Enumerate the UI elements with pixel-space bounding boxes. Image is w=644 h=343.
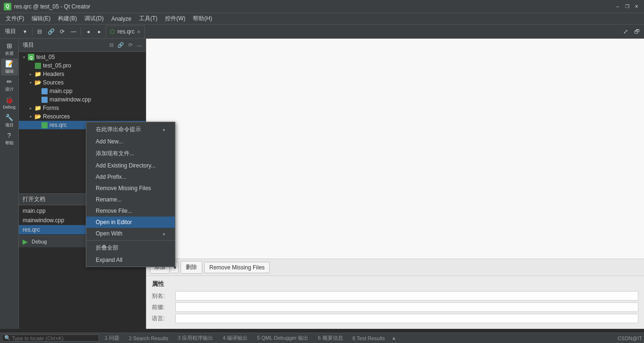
ctx-separator-1: [86, 240, 175, 241]
resource-editor: 添加 ▾ 删除 Remove Missing Files 属性 别名: 前缀:: [146, 39, 644, 329]
toolbar-back-btn[interactable]: ◂: [83, 26, 93, 37]
alias-input[interactable]: [175, 291, 638, 301]
toolbar-forward-btn[interactable]: ▸: [94, 26, 105, 37]
ctx-collapse-all[interactable]: 折叠全部: [86, 242, 175, 254]
tree-item-mainwindow-cpp[interactable]: mainwindow.cpp: [19, 95, 146, 104]
ctx-add-new-label: Add New...: [96, 138, 123, 145]
status-bar: 🔍 1 问题 2 Search Results 3 应用程序输出 4 编译输出 …: [0, 333, 644, 343]
remove-missing-files-button[interactable]: Remove Missing Files: [204, 262, 270, 273]
sidebar-item-edit[interactable]: 📝 编辑: [1, 59, 18, 75]
minimize-panel-btn[interactable]: —: [135, 41, 144, 50]
tab-label: res.qrc: [117, 28, 135, 35]
tree-label-res-qrc: res.qrc: [50, 122, 67, 128]
expand-test05[interactable]: ▾: [21, 54, 27, 60]
delete-resource-button[interactable]: 删除: [181, 261, 202, 274]
sidebar-item-welcome[interactable]: ⊞ 欢迎: [1, 41, 18, 58]
ctx-expand-all[interactable]: Expand All: [86, 254, 175, 266]
expand-resources[interactable]: ▾: [27, 113, 34, 120]
sidebar-item-design[interactable]: ✏ 设计: [1, 76, 18, 93]
ctx-add-existing-file[interactable]: 添加现有文件...: [86, 147, 175, 160]
ctx-remove-missing-label: Remove Missing Files: [96, 185, 151, 192]
toolbar-new-window-icon[interactable]: 🗗: [632, 26, 642, 37]
ctx-remove-file[interactable]: Remove File...: [86, 205, 175, 217]
tree-label-test05: test_05: [36, 54, 55, 60]
tree-item-forms[interactable]: ▸ 📁 Forms: [19, 104, 146, 112]
menu-tools[interactable]: 工具(T): [135, 14, 161, 24]
tree-item-main-cpp[interactable]: main.cpp: [19, 87, 146, 95]
expand-forms[interactable]: ▸: [27, 105, 34, 111]
tree-label-sources: Sources: [43, 79, 64, 86]
status-arrow-up[interactable]: ▲: [391, 335, 396, 341]
tab-res-qrc[interactable]: ⬡ res.qrc ✕: [106, 25, 145, 38]
toolbar-sync-btn[interactable]: ⟳: [57, 26, 67, 37]
menu-debug[interactable]: 调试(D): [81, 14, 107, 24]
status-tab-issues[interactable]: 1 问题: [101, 334, 123, 343]
svg-rect-4: [41, 97, 48, 103]
menu-help[interactable]: 帮助(H): [189, 14, 216, 24]
status-tab-search[interactable]: 2 Search Results: [125, 335, 172, 342]
expand-headers[interactable]: ▸: [27, 71, 34, 77]
tab-close-icon[interactable]: ✕: [137, 29, 140, 34]
project-dropdown-arrow[interactable]: ▾: [20, 26, 30, 37]
expand-placeholder-2: [34, 88, 41, 94]
ctx-add-prefix-label: Add Prefix...: [96, 174, 126, 180]
tree-label-mainwindow-cpp: mainwindow.cpp: [50, 96, 91, 103]
link-btn[interactable]: 🔗: [116, 41, 125, 50]
menu-build[interactable]: 构建(B): [54, 14, 81, 24]
filter-btn[interactable]: ⊟: [107, 41, 116, 50]
ctx-add-new[interactable]: Add New...: [86, 136, 175, 147]
tree-item-headers[interactable]: ▸ 📁 Headers: [19, 70, 146, 78]
tree-label-test05-pro: test_05.pro: [43, 62, 71, 69]
ctx-open-terminal[interactable]: 在此弹出命令提示 ▸: [86, 123, 175, 136]
tree-item-resources[interactable]: ▾ 📂 Resources: [19, 112, 146, 121]
status-tab-app-output[interactable]: 3 应用程序输出: [174, 334, 217, 343]
tree-label-headers: Headers: [43, 71, 64, 77]
tree-label-resources: Resources: [43, 113, 70, 120]
minimize-button[interactable]: –: [614, 3, 621, 10]
menu-analyze[interactable]: Analyze: [107, 15, 135, 23]
help-label: 帮助: [5, 140, 14, 146]
debug-icon: 🐞: [5, 96, 13, 104]
status-tab-compile[interactable]: 4 编译输出: [219, 334, 251, 343]
projects-icon: 🔧: [5, 114, 13, 121]
ctx-rename[interactable]: Rename...: [86, 194, 175, 205]
toolbar-link-btn[interactable]: 🔗: [46, 26, 56, 37]
expand-sources[interactable]: ▾: [27, 79, 34, 86]
prefix-input[interactable]: [175, 302, 638, 312]
menu-widgets[interactable]: 控件(W): [161, 14, 189, 24]
toolbar-filter-btn[interactable]: ⊟: [34, 26, 45, 37]
status-tab-qml[interactable]: 5 QML Debugger 输出: [253, 334, 312, 343]
prefix-label: 前缀:: [152, 303, 175, 311]
tree-item-sources[interactable]: ▾ 📂 Sources: [19, 78, 146, 87]
sync-btn[interactable]: ⟳: [126, 41, 134, 50]
sidebar-item-projects[interactable]: 🔧 项目: [1, 112, 18, 129]
language-input[interactable]: [175, 314, 638, 323]
toolbar-minimize-btn[interactable]: —: [68, 26, 79, 37]
sidebar-item-help[interactable]: ? 帮助: [1, 130, 18, 147]
close-button[interactable]: ✕: [633, 3, 640, 10]
tree-item-test05-pro[interactable]: test_05.pro: [19, 61, 146, 70]
tree-item-test05[interactable]: ▾ Q test_05: [19, 53, 146, 61]
menu-edit[interactable]: 编辑(E): [28, 14, 54, 24]
ctx-remove-missing[interactable]: Remove Missing Files: [86, 183, 175, 194]
locate-input[interactable]: [12, 335, 97, 341]
menu-file[interactable]: 文件(F): [2, 14, 28, 24]
ctx-rename-label: Rename...: [96, 196, 122, 203]
file-pro-icon: [34, 62, 41, 69]
qrc-file-icon: [41, 122, 48, 128]
ctx-open-terminal-label: 在此弹出命令提示: [96, 125, 141, 134]
ctx-open-in-editor[interactable]: Open in Editor: [86, 217, 175, 228]
status-tab-test[interactable]: 8 Test Results: [349, 335, 389, 342]
ctx-add-existing-dir[interactable]: Add Existing Directory...: [86, 160, 175, 171]
expand-placeholder-1: [27, 62, 34, 69]
restore-button[interactable]: ❐: [623, 3, 631, 10]
toolbar-separator-2: [81, 27, 81, 36]
ctx-add-prefix[interactable]: Add Prefix...: [86, 171, 175, 183]
ctx-open-with[interactable]: Open With ▸: [86, 228, 175, 239]
sidebar-item-debug[interactable]: 🐞 Debug: [1, 94, 18, 111]
status-tab-messages[interactable]: 6 概要信息: [314, 334, 347, 343]
search-icon: 🔍: [4, 335, 11, 341]
toolbar-float-btn[interactable]: ⤢: [620, 26, 631, 37]
svg-text:Q: Q: [29, 55, 33, 60]
welcome-label: 欢迎: [5, 50, 14, 57]
